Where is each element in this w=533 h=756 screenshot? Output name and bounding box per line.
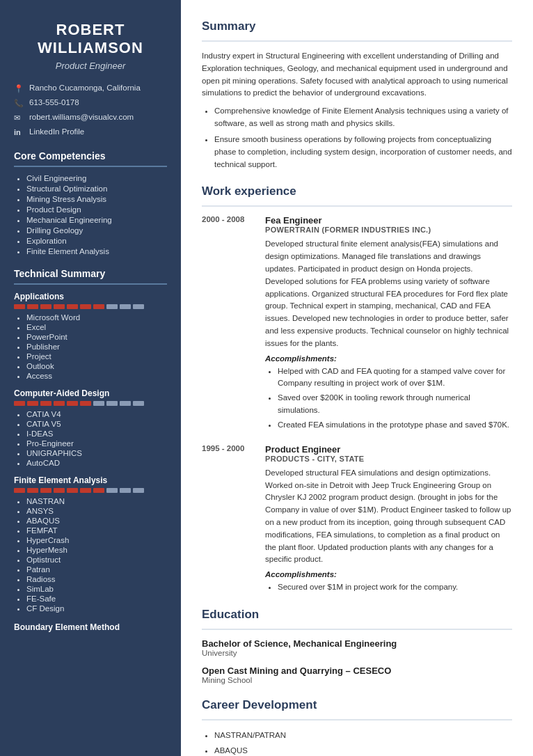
- contact-email: ✉ robert.williams@visualcv.com: [14, 113, 167, 123]
- contact-info: 📍 Rancho Cucamonga, California 📞 613-555…: [14, 84, 167, 136]
- name-block: ROBERT WILLIAMSON Product Engineer: [14, 21, 167, 71]
- progress-seg: [120, 401, 131, 406]
- fea-title: Finite Element Analysis: [14, 475, 167, 485]
- progress-seg: [80, 304, 91, 309]
- list-item: FEMFAT: [26, 526, 167, 535]
- fea-list: NASTRAN ANSYS ABAQUS FEMFAT HyperCrash H…: [14, 497, 167, 613]
- edu-entry-1: Bachelor of Science, Mechanical Engineer…: [202, 638, 512, 657]
- progress-seg: [133, 488, 144, 493]
- list-item: Exploration: [26, 237, 167, 245]
- accomplishment-item: Helped with CAD and FEA quoting for a st…: [278, 365, 512, 391]
- edu-degree-1: Bachelor of Science, Mechanical Engineer…: [202, 638, 512, 649]
- contact-phone: 📞 613-555-0178: [14, 98, 167, 108]
- technical-summary-header: Technical Summary: [14, 268, 167, 279]
- progress-seg: [54, 488, 65, 493]
- list-item: HyperMesh: [26, 546, 167, 554]
- list-item: Product Design: [26, 205, 167, 214]
- list-item: Structural Optimization: [26, 184, 167, 193]
- progress-seg: [67, 304, 78, 309]
- list-item: Project: [26, 352, 167, 361]
- work-title-block-1: Fea Engineer POWERTRAIN (FORMER INDUSTRI…: [265, 215, 431, 237]
- divider-competencies: [14, 166, 167, 167]
- list-item: Outlook: [26, 362, 167, 370]
- progress-seg: [40, 401, 51, 406]
- job-title-1: Fea Engineer: [265, 215, 431, 226]
- work-divider: [202, 205, 512, 207]
- list-item: Radioss: [26, 575, 167, 583]
- list-item: Mechanical Engineering: [26, 216, 167, 224]
- boundary-element-label: Boundary Element Method: [14, 622, 167, 632]
- progress-seg: [54, 304, 65, 309]
- location-icon: 📍: [14, 84, 24, 93]
- sidebar: ROBERT WILLIAMSON Product Engineer 📍 Ran…: [0, 0, 181, 756]
- progress-seg: [106, 401, 118, 406]
- progress-seg: [54, 401, 65, 406]
- progress-seg: [106, 488, 118, 493]
- list-item: Optistruct: [26, 556, 167, 564]
- career-divider: [202, 719, 512, 720]
- progress-seg: [120, 488, 131, 493]
- accomplishments-list-2: Secured over $1M in project work for the…: [202, 581, 512, 594]
- progress-seg: [93, 401, 104, 406]
- list-item: Patran: [26, 565, 167, 574]
- accomplishment-item: Created FEA simulations in the prototype…: [278, 419, 512, 432]
- summary-bullets: Comprehensive knowledge of Finite Elemen…: [202, 105, 512, 171]
- work-entry-1: 2000 - 2008 Fea Engineer POWERTRAIN (FOR…: [202, 215, 512, 431]
- list-item: Drilling Geology: [26, 226, 167, 235]
- education-title: Education: [202, 608, 512, 622]
- summary-divider: [202, 40, 512, 42]
- progress-seg: [120, 304, 131, 309]
- company-2: PRODUCTS - CITY, STATE: [265, 455, 364, 463]
- edu-degree-2: Open Cast Mining and Quarrying – CESECO: [202, 666, 512, 676]
- work-header-1: 2000 - 2008 Fea Engineer POWERTRAIN (FOR…: [202, 215, 512, 237]
- progress-seg: [14, 401, 25, 406]
- work-dates-1: 2000 - 2008: [202, 215, 254, 237]
- work-dates-2: 1995 - 2000: [202, 444, 254, 466]
- list-item: SimLab: [26, 585, 167, 593]
- email-icon: ✉: [14, 113, 24, 123]
- progress-seg: [27, 304, 38, 309]
- summary-bullet: Ensure smooth business operations by fol…: [214, 134, 512, 171]
- list-item: CF Design: [26, 604, 167, 613]
- summary-bullet: Comprehensive knowledge of Finite Elemen…: [214, 105, 512, 130]
- main-content: Summary Industry expert in Structural En…: [181, 0, 533, 756]
- progress-seg: [93, 488, 104, 493]
- career-item: NASTRAN/PATRAN: [214, 729, 512, 743]
- progress-seg: [133, 304, 144, 309]
- progress-seg: [27, 401, 38, 406]
- accomplishment-item: Secured over $1M in project work for the…: [278, 581, 512, 594]
- accomplishments-label-1: Accomplishments:: [202, 354, 512, 363]
- list-item: ANSYS: [26, 507, 167, 515]
- progress-seg: [133, 401, 144, 406]
- progress-seg: [80, 488, 91, 493]
- progress-seg: [80, 401, 91, 406]
- job-title-2: Product Engineer: [265, 444, 364, 455]
- list-item: Excel: [26, 323, 167, 331]
- progress-seg: [67, 488, 78, 493]
- progress-seg: [40, 488, 51, 493]
- contact-linkedin[interactable]: in LinkedIn Profile: [14, 127, 167, 136]
- divider-tech: [14, 283, 167, 285]
- core-competencies-header: Core Competencies: [14, 150, 167, 162]
- linkedin-icon: in: [14, 128, 24, 136]
- cad-list: CATIA V4 CATIA V5 I-DEAS Pro-Engineer UN…: [14, 410, 167, 467]
- progress-seg: [67, 401, 78, 406]
- list-item: Access: [26, 372, 167, 380]
- work-desc-2: Developed structural FEA simulations and…: [202, 467, 512, 567]
- edu-school-1: University: [202, 649, 512, 657]
- education-divider: [202, 629, 512, 630]
- summary-text: Industry expert in Structural Engineerin…: [202, 50, 512, 100]
- list-item: Publisher: [26, 342, 167, 351]
- summary-title: Summary: [202, 19, 512, 33]
- cad-progress: [14, 401, 167, 406]
- fea-section: Finite Element Analysis NASTRAN ANSYS AB…: [14, 475, 167, 613]
- list-item: PowerPoint: [26, 333, 167, 341]
- work-header-2: 1995 - 2000 Product Engineer PRODUCTS - …: [202, 444, 512, 466]
- list-item: FE-Safe: [26, 594, 167, 603]
- progress-seg: [14, 488, 25, 493]
- list-item: CATIA V4: [26, 410, 167, 418]
- phone-icon: 📞: [14, 99, 24, 108]
- list-item: Finite Element Analysis: [26, 247, 167, 255]
- progress-seg: [27, 488, 38, 493]
- resume-container: ROBERT WILLIAMSON Product Engineer 📍 Ran…: [0, 0, 533, 756]
